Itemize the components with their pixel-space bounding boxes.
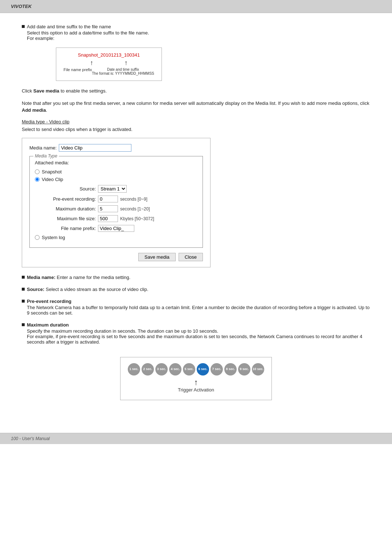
bullet-icon-4 — [22, 300, 25, 303]
video-clip-radio-label: Video Clip — [42, 177, 63, 182]
arrow-prefix-icon: ↑ — [90, 59, 93, 67]
tl-circle-7: 7 sec. — [211, 363, 223, 376]
media-type-group: Media Type Attached media: Snapshot Vide… — [29, 156, 203, 248]
snapshot-example-box: Snapshot_20101213_100341 ↑ ↑ File name p… — [56, 48, 162, 81]
add-media-bold: Add media — [22, 107, 46, 113]
pre-event-bullet-content: Pre-event recording The Network Camera h… — [27, 299, 370, 316]
max-filesize-option-row: Maximum file size: Kbytes [50~3072] — [45, 215, 197, 222]
source-option-row: Source: Stream 1 — [45, 185, 197, 193]
max-filesize-hint: Kbytes [50~3072] — [120, 216, 154, 221]
pre-event-label: Pre-event recording: — [45, 196, 96, 202]
video-clip-radio-row: Video Clip — [35, 177, 197, 182]
filename-prefix-option-row: File name prefix: — [45, 225, 197, 232]
snapshot-body-line1: Select this option to add a date/time su… — [27, 30, 370, 36]
max-filesize-input[interactable] — [98, 215, 118, 222]
bullet-icon-2 — [22, 276, 25, 279]
bullet-icon-3 — [22, 288, 25, 291]
attached-media-label: Attached media: — [35, 160, 197, 165]
syslog-radio[interactable] — [35, 235, 40, 240]
max-duration-bullet-title: Maximum duration — [27, 322, 370, 328]
save-media-bold: Save media — [33, 88, 60, 94]
bullet-icon — [22, 25, 25, 28]
syslog-radio-label: System log — [42, 235, 65, 240]
snapshot-bullet-title: Add date and time suffix to the file nam… — [27, 24, 370, 29]
bullet-icon-5 — [22, 323, 25, 326]
snapshot-radio[interactable] — [35, 169, 40, 174]
save-media-button[interactable]: Save media — [138, 253, 176, 261]
prefix-label: File name prefix — [64, 67, 92, 75]
filename-prefix-label: File name prefix: — [45, 226, 96, 231]
main-content: Add date and time suffix to the file nam… — [0, 13, 392, 426]
max-duration-bullet-content: Maximum duration Specify the maximum rec… — [27, 322, 370, 345]
media-dialog: Media name: Media Type Attached media: S… — [22, 138, 211, 267]
syslog-radio-row: System log — [35, 235, 197, 240]
media-server-note: Note that after you set up the first med… — [22, 100, 370, 114]
timeline-box: 1 sec. 2 sec. 3 sec. 4 sec. 5 sec. 6 sec… — [120, 357, 272, 400]
snapshot-body-line2: For example: — [27, 36, 370, 41]
source-bullet-section: Source: Select a video stream as the sou… — [22, 287, 370, 292]
snapshot-arrow-labels: File name prefix Date and time suffix Th… — [64, 67, 154, 75]
media-name-bullet-text: Media name: Enter a name for the media s… — [27, 275, 130, 280]
max-filesize-label: Maximum file size: — [45, 216, 96, 221]
max-duration-bullet-section: Maximum duration Specify the maximum rec… — [22, 322, 370, 345]
source-bullet-text: Source: Select a video stream as the sou… — [27, 287, 148, 292]
max-duration-bullet-body: Specify the maximum recording duration i… — [27, 328, 370, 345]
max-duration-hint: seconds [1~20] — [120, 206, 150, 212]
media-type-desc: Select to send video clips when a trigge… — [22, 126, 370, 133]
pre-event-bullet-title: Pre-event recording — [27, 299, 370, 304]
media-type-heading: Media type - Video clip — [22, 119, 370, 124]
tl-circle-3: 3 sec. — [155, 363, 168, 376]
pre-event-bullet-section: Pre-event recording The Network Camera h… — [22, 299, 370, 316]
page-container: VIVOTEK Add date and time suffix to the … — [0, 0, 392, 554]
brand-title: VIVOTEK — [11, 4, 32, 9]
filename-prefix-input[interactable] — [98, 225, 134, 232]
dialog-buttons: Save media Close — [29, 253, 203, 261]
source-label: Source: — [45, 186, 96, 192]
pre-event-bullet-body: The Network Camera has a buffer to tempo… — [27, 305, 370, 316]
snapshot-bullet-body: Select this option to add a date/time su… — [27, 30, 370, 81]
timeline-circles: 1 sec. 2 sec. 3 sec. 4 sec. 5 sec. 6 sec… — [128, 363, 264, 376]
tl-circle-4: 4 sec. — [169, 363, 181, 376]
max-duration-input[interactable] — [98, 205, 118, 212]
media-name-bullet-section: Media name: Enter a name for the media s… — [22, 275, 370, 280]
tl-circle-2: 2 sec. — [142, 363, 154, 376]
header-bar: VIVOTEK — [0, 0, 392, 13]
pre-event-input[interactable] — [98, 196, 118, 202]
tl-circle-6: 6 sec. — [197, 363, 209, 376]
max-duration-option-row: Maximum duration: seconds [1~20] — [45, 205, 197, 212]
timeline-label: Trigger Activation — [128, 387, 264, 393]
snapshot-filename: Snapshot_20101213_100341 — [64, 52, 154, 58]
snapshot-bullet-content: Add date and time suffix to the file nam… — [27, 24, 370, 81]
snapshot-radio-label: Snapshot — [42, 169, 62, 175]
snapshot-radio-row: Snapshot — [35, 169, 197, 175]
tl-circle-10: 10 sec. — [252, 363, 264, 376]
media-type-legend: Media Type — [33, 153, 59, 159]
save-media-para: Click Save media to enable the settings. — [22, 87, 370, 95]
media-name-input[interactable] — [59, 144, 131, 152]
video-clip-radio[interactable] — [35, 177, 40, 182]
tl-circle-9: 9 sec. — [238, 363, 250, 376]
snapshot-bullet-section: Add date and time suffix to the file nam… — [22, 24, 370, 81]
tl-circle-5: 5 sec. — [183, 363, 195, 376]
pre-event-hint: seconds [0~9] — [120, 197, 147, 202]
footer: 100 - User's Manual — [0, 433, 392, 444]
timeline-trigger-arrow: ↑ — [128, 378, 264, 386]
arrow-date-icon: ↑ — [124, 59, 128, 67]
footer-text: 100 - User's Manual — [11, 436, 50, 441]
max-duration-label: Maximum duration: — [45, 206, 96, 212]
pre-event-option-row: Pre-event recording: seconds [0~9] — [45, 196, 197, 202]
tl-circle-1: 1 sec. — [128, 363, 140, 376]
tl-circle-8: 8 sec. — [224, 363, 237, 376]
snapshot-arrows: ↑ ↑ — [64, 59, 154, 67]
source-select[interactable]: Stream 1 — [98, 185, 127, 193]
media-name-label: Media name: — [29, 145, 57, 151]
video-clip-options: Source: Stream 1 Pre-event recording: se… — [45, 185, 197, 232]
date-label: Date and time suffix The format is: YYYY… — [92, 67, 154, 75]
media-name-row: Media name: — [29, 144, 203, 152]
close-button[interactable]: Close — [179, 253, 203, 261]
